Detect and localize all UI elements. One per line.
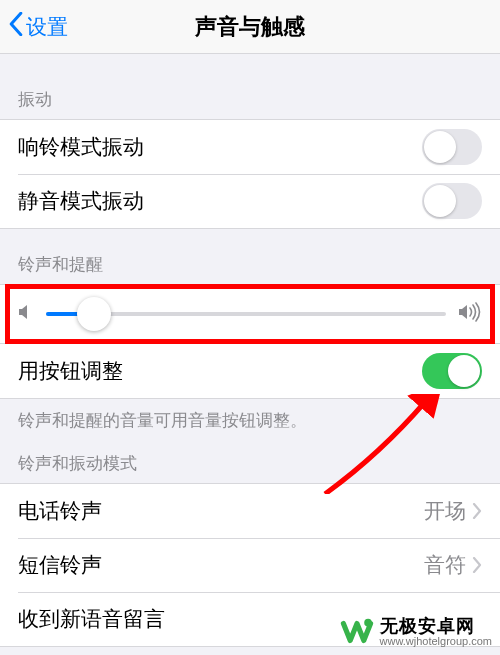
watermark-name: 无极安卓网: [380, 617, 493, 636]
row-text-tone[interactable]: 短信铃声 音符: [0, 538, 500, 592]
slider-thumb[interactable]: [77, 297, 111, 331]
switch-ring-vibrate[interactable]: [422, 129, 482, 165]
section-header-ringer: 铃声和提醒: [0, 229, 500, 284]
row-value: 开场: [424, 497, 466, 525]
row-change-with-buttons[interactable]: 用按钮调整: [0, 344, 500, 398]
row-volume-slider[interactable]: [0, 285, 500, 343]
watermark-url: www.wjhotelgroup.com: [380, 636, 493, 648]
section-header-patterns: 铃声和振动模式: [0, 438, 500, 483]
back-label: 设置: [26, 13, 68, 41]
volume-slider[interactable]: [46, 297, 446, 331]
chevron-left-icon: [8, 12, 24, 41]
row-value: 音符: [424, 551, 466, 579]
chevron-right-icon: [472, 503, 482, 519]
watermark-text: 无极安卓网 www.wjhotelgroup.com: [380, 617, 493, 647]
switch-change-with-buttons[interactable]: [422, 353, 482, 389]
watermark: 无极安卓网 www.wjhotelgroup.com: [340, 615, 493, 649]
group-change-with-buttons: 用按钮调整: [0, 344, 500, 399]
footnote-change-with-buttons: 铃声和提醒的音量可用音量按钮调整。: [0, 399, 500, 438]
group-volume-slider: [0, 284, 500, 344]
group-vibrate: 响铃模式振动 静音模式振动: [0, 119, 500, 229]
row-ringtone[interactable]: 电话铃声 开场: [0, 484, 500, 538]
row-label: 用按钮调整: [18, 357, 422, 385]
row-ring-vibrate[interactable]: 响铃模式振动: [0, 120, 500, 174]
row-label: 短信铃声: [18, 551, 424, 579]
switch-silent-vibrate[interactable]: [422, 183, 482, 219]
svg-point-0: [364, 619, 372, 627]
back-button[interactable]: 设置: [0, 12, 68, 41]
row-label: 电话铃声: [18, 497, 424, 525]
row-label: 静音模式振动: [18, 187, 422, 215]
slider-group-wrap: [0, 284, 500, 344]
section-header-vibrate: 振动: [0, 54, 500, 119]
page-title: 声音与触感: [0, 12, 500, 42]
nav-bar: 设置 声音与触感: [0, 0, 500, 54]
speaker-high-icon: [458, 302, 482, 326]
row-silent-vibrate[interactable]: 静音模式振动: [0, 174, 500, 228]
row-label: 响铃模式振动: [18, 133, 422, 161]
chevron-right-icon: [472, 557, 482, 573]
watermark-logo-icon: [340, 615, 374, 649]
speaker-low-icon: [18, 303, 34, 325]
